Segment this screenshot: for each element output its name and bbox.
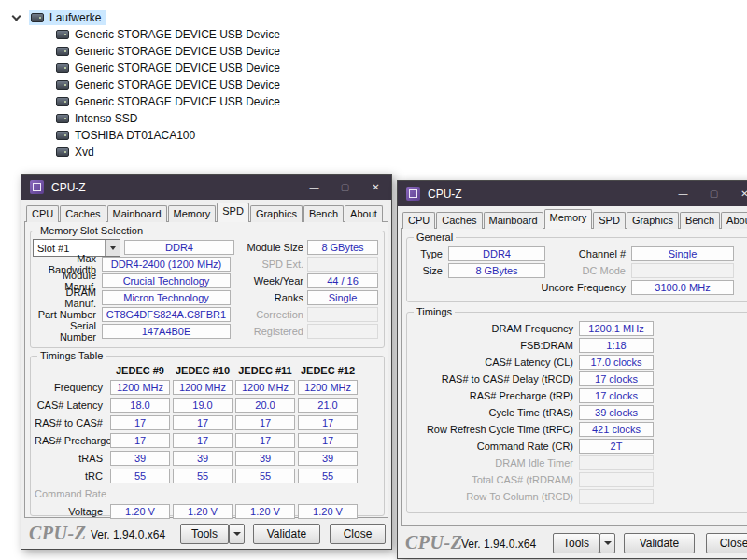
tab-about[interactable]: About xyxy=(345,205,383,222)
group-label: Memory Slot Selection xyxy=(37,225,146,236)
tab-caches[interactable]: Caches xyxy=(436,212,482,229)
timings-value: 1.20 V xyxy=(235,504,295,519)
tree-item[interactable]: Generic STORAGE DEVICE USB Device xyxy=(56,60,280,77)
spd-field-row: SPD Ext. xyxy=(229,256,378,273)
timings-row-label: tRAS xyxy=(35,452,107,466)
drive-icon xyxy=(56,147,69,157)
tree-item[interactable]: Generic STORAGE DEVICE USB Device xyxy=(56,26,280,43)
timings-column-header: JEDEC #12 xyxy=(298,364,358,377)
field-label: Part Number xyxy=(33,309,100,320)
channel-label: Channel # xyxy=(538,248,626,259)
memory-footer: CPU-Z Ver. 1.94.0.x64 Tools Validate Clo… xyxy=(398,529,747,560)
dropdown-arrow-icon xyxy=(604,541,612,545)
tab-cpu[interactable]: CPU xyxy=(402,212,435,229)
timing-label: CAS# Latency (CL) xyxy=(411,357,573,368)
minimize-button[interactable]: — xyxy=(299,175,330,200)
timings-value: 1200 MHz xyxy=(235,380,295,395)
tree-item[interactable]: Xvd xyxy=(56,144,280,161)
timing-value xyxy=(579,455,654,470)
device-tree: Laufwerke Generic STORAGE DEVICE USB Dev… xyxy=(7,9,280,161)
timings-row-label: CAS# Latency xyxy=(35,399,107,413)
tools-dropdown-button[interactable] xyxy=(229,524,245,544)
titlebar[interactable]: CPU-Z — ▢ ✕ xyxy=(21,175,391,200)
tab-graphics[interactable]: Graphics xyxy=(250,205,303,222)
tree-item-laufwerke[interactable]: Laufwerke xyxy=(7,9,280,26)
uncore-frequency-label: Uncore Frequency xyxy=(500,282,626,293)
tools-button[interactable]: Tools xyxy=(180,524,229,544)
timings-value: 17 xyxy=(298,433,358,448)
tab-graphics[interactable]: Graphics xyxy=(627,212,679,229)
tab-cpu[interactable]: CPU xyxy=(26,205,59,222)
timing-value: 17 clocks xyxy=(579,388,654,403)
drive-icon xyxy=(56,131,69,140)
tab-spd[interactable]: SPD xyxy=(593,212,626,229)
spd-field-row: DRAM Manuf.Micron Technology xyxy=(33,289,231,306)
tree-item[interactable]: TOSHIBA DT01ACA100 xyxy=(56,127,280,144)
cpuz-spd-window: CPU-Z — ▢ ✕ CPUCachesMainboardMemorySPDG… xyxy=(21,174,392,550)
timings-value: 19.0 xyxy=(173,398,233,413)
tree-item[interactable]: Generic STORAGE DEVICE USB Device xyxy=(56,43,280,60)
tab-caches[interactable]: Caches xyxy=(60,205,106,222)
tab-spd[interactable]: SPD xyxy=(217,203,249,222)
timing-label: Total CAS# (tRDRAM) xyxy=(411,474,573,485)
chevron-expanded-icon[interactable] xyxy=(12,11,21,21)
field-label: Serial Number xyxy=(33,320,100,343)
spd-field-row: Week/Year44 / 16 xyxy=(229,273,378,289)
timing-label: FSB:DRAM xyxy=(411,340,573,351)
memory-timings-rows: DRAM Frequency1200.1 MHzFSB:DRAM1:18CAS#… xyxy=(411,320,747,505)
drive-icon xyxy=(56,80,69,90)
field-value xyxy=(307,257,378,272)
validate-button[interactable]: Validate xyxy=(253,524,320,544)
size-value: 8 GBytes xyxy=(448,263,545,278)
cpuz-logo: CPU-Z xyxy=(405,532,462,553)
minimize-button[interactable]: — xyxy=(668,181,698,206)
tools-dropdown-button[interactable] xyxy=(599,533,615,553)
tab-memory[interactable]: Memory xyxy=(544,209,593,229)
timings-row-label: RAS# Precharge xyxy=(35,434,107,448)
timings-value: 20.0 xyxy=(235,398,295,413)
tree-item[interactable]: Intenso SSD xyxy=(56,110,280,127)
timings-value: 39 xyxy=(235,451,295,466)
timing-value: 39 clocks xyxy=(579,405,654,420)
tools-button[interactable]: Tools xyxy=(553,533,599,553)
window-title: CPU-Z xyxy=(428,188,462,201)
close-footer-button[interactable]: Close xyxy=(706,533,747,553)
field-value: Single xyxy=(307,290,378,305)
timing-label: RAS# to CAS# Delay (tRCD) xyxy=(411,373,573,385)
tab-about[interactable]: About xyxy=(721,212,747,229)
field-value: 44 / 16 xyxy=(307,273,378,288)
close-footer-button[interactable]: Close xyxy=(330,524,386,544)
maximize-button[interactable]: ▢ xyxy=(698,181,729,206)
slot-selector-value: Slot #1 xyxy=(34,243,105,254)
slot-memory-type-value: DDR4 xyxy=(124,240,234,255)
maximize-button[interactable]: ▢ xyxy=(330,175,360,200)
tree-item[interactable]: Generic STORAGE DEVICE USB Device xyxy=(56,77,280,93)
timings-value: 39 xyxy=(298,451,358,466)
group-label: Timings Table xyxy=(37,350,106,361)
timings-value: 55 xyxy=(235,469,295,483)
timings-value: 21.0 xyxy=(298,398,358,413)
tab-memory[interactable]: Memory xyxy=(168,205,217,222)
field-label: DRAM Manuf. xyxy=(33,287,100,309)
tab-bench[interactable]: Bench xyxy=(680,212,720,229)
cpuz-app-icon xyxy=(406,187,420,201)
tab-mainboard[interactable]: Mainboard xyxy=(107,205,167,222)
memory-slot-selection-group: Memory Slot Selection Slot #1 DDR4 Max B… xyxy=(30,231,385,348)
field-value: 8 GBytes xyxy=(307,240,378,255)
tab-mainboard[interactable]: Mainboard xyxy=(484,212,543,229)
timings-value: 17 xyxy=(298,415,358,430)
timing-value xyxy=(579,472,654,487)
close-button[interactable]: ✕ xyxy=(360,175,391,200)
memory-timing-row: FSB:DRAM1:18 xyxy=(411,337,747,354)
general-group: General Type DDR4 Channel # Single Size … xyxy=(406,237,747,302)
drive-icon xyxy=(56,63,69,73)
validate-button[interactable]: Validate xyxy=(624,533,695,553)
timing-label: DRAM Idle Timer xyxy=(411,457,573,469)
drive-icon xyxy=(56,47,69,56)
timings-value: 17 xyxy=(173,433,233,448)
close-button[interactable]: ✕ xyxy=(729,181,747,206)
titlebar[interactable]: CPU-Z — ▢ ✕ xyxy=(398,181,747,206)
tab-bench[interactable]: Bench xyxy=(303,205,344,222)
tree-item[interactable]: Generic STORAGE DEVICE USB Device xyxy=(56,93,280,110)
group-label: Timings xyxy=(414,306,455,317)
